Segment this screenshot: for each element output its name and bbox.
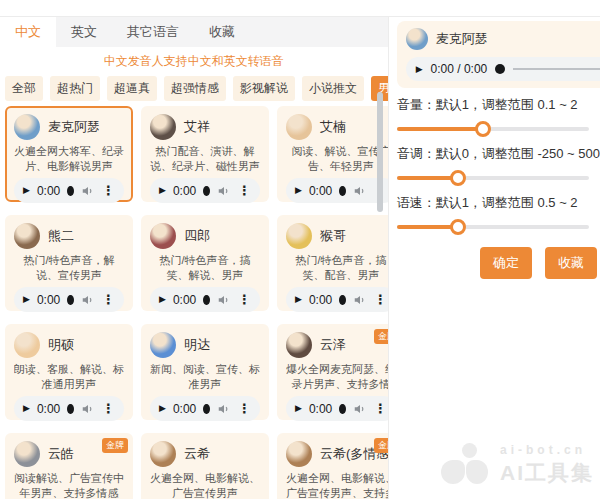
- filter-chip[interactable]: 小说推文: [302, 76, 364, 101]
- language-tab[interactable]: 英文: [56, 17, 112, 47]
- player-menu-icon[interactable]: ⋮: [238, 401, 251, 416]
- voice-description: 热门/特色声音，解说、宣传男声: [14, 253, 124, 283]
- player-menu-icon[interactable]: ⋮: [374, 401, 387, 416]
- volume-icon[interactable]: [353, 293, 367, 307]
- voice-list-panel: 中文 英文 其它语言 收藏 中文发音人支持中文和英文转语音 全部 超热门 超逼真…: [0, 17, 389, 499]
- voice-name: 明达: [184, 336, 210, 354]
- seek-thumb[interactable]: [339, 295, 346, 305]
- audio-player[interactable]: ▶ 0:00 ⋮: [150, 287, 260, 312]
- seek-track[interactable]: [513, 68, 600, 70]
- volume-icon[interactable]: [353, 184, 367, 198]
- avatar: [150, 441, 176, 467]
- player-menu-icon[interactable]: ⋮: [238, 292, 251, 307]
- play-icon[interactable]: ▶: [159, 295, 166, 304]
- avatar: [14, 114, 40, 140]
- filter-chip[interactable]: 全部: [5, 76, 43, 101]
- voice-card[interactable]: 金牌 云泽 爆火全网麦克阿瑟、纪录片男声、支持多情感、多角色 ▶ 0:00 ⋮: [277, 324, 389, 420]
- play-icon[interactable]: ▶: [23, 295, 30, 304]
- audio-player[interactable]: ▶ 0:00 ⋮: [14, 178, 124, 203]
- avatar: [150, 223, 176, 249]
- volume-icon[interactable]: [217, 184, 231, 198]
- volume-icon[interactable]: [81, 184, 95, 198]
- confirm-button[interactable]: 确定: [480, 247, 532, 279]
- language-tab[interactable]: 收藏: [194, 17, 250, 47]
- play-icon[interactable]: ▶: [159, 404, 166, 413]
- filter-chip[interactable]: 影视解说: [233, 76, 295, 101]
- voice-description: 热门/特色声音，搞笑、解说、男声: [150, 253, 260, 283]
- language-tab[interactable]: 中文: [0, 17, 56, 47]
- seek-thumb[interactable]: [203, 404, 210, 414]
- audio-player[interactable]: ▶ 0:00 ⋮: [286, 287, 389, 312]
- speed-slider[interactable]: [397, 219, 589, 235]
- voice-detail-panel: 麦克阿瑟 ▶ 0:00 / 0:00 音量：默认1，调整范围 0.1 ~ 2 音…: [389, 17, 600, 499]
- volume-icon[interactable]: [217, 293, 231, 307]
- audio-player[interactable]: ▶ 0:00 ⋮: [150, 178, 260, 203]
- player-time: 0:00: [309, 293, 332, 307]
- tab-label: 中文: [15, 23, 41, 41]
- voice-card[interactable]: 金牌 云希(多情感) 火遍全网、电影解说、广告宣传男声、支持多情感、多角色 ▶ …: [277, 433, 389, 499]
- volume-icon[interactable]: [217, 402, 231, 416]
- slider-fill: [397, 225, 458, 229]
- seek-thumb[interactable]: [67, 186, 74, 196]
- volume-icon[interactable]: [81, 293, 95, 307]
- audio-player[interactable]: ▶ 0:00 ⋮: [150, 396, 260, 421]
- voice-card[interactable]: 艾楠 阅读、解说、宣传广告、年轻男声 ▶ 0:00 ⋮: [277, 106, 389, 202]
- voice-card[interactable]: 艾祥 热门配音、演讲、解说、纪录片、磁性男声 ▶ 0:00 ⋮: [141, 106, 269, 202]
- seek-thumb[interactable]: [67, 295, 74, 305]
- player-time: 0:00: [173, 402, 196, 416]
- slider-thumb[interactable]: [475, 121, 491, 137]
- voice-description: 火遍全网、电影解说、广告宣传男声: [150, 471, 260, 499]
- voice-card[interactable]: 猴哥 热门/特色声音，搞笑、配音、男声 ▶ 0:00 ⋮: [277, 215, 389, 311]
- seek-thumb[interactable]: [203, 295, 210, 305]
- seek-thumb[interactable]: [203, 186, 210, 196]
- play-icon[interactable]: ▶: [295, 186, 302, 195]
- avatar: [150, 114, 176, 140]
- play-icon[interactable]: ▶: [23, 186, 30, 195]
- scrollbar-thumb[interactable]: [377, 92, 383, 212]
- language-tab[interactable]: 其它语言: [112, 17, 194, 47]
- voice-card[interactable]: 四郎 热门/特色声音，搞笑、解说、男声 ▶ 0:00 ⋮: [141, 215, 269, 311]
- player-menu-icon[interactable]: ⋮: [102, 401, 115, 416]
- seek-thumb[interactable]: [495, 64, 505, 74]
- player-menu-icon[interactable]: ⋮: [102, 292, 115, 307]
- seek-thumb[interactable]: [67, 404, 74, 414]
- play-icon[interactable]: ▶: [159, 186, 166, 195]
- voice-card[interactable]: 明硕 朗读、客服、解说、标准通用男声 ▶ 0:00 ⋮: [5, 324, 133, 420]
- voice-card[interactable]: 熊二 热门/特色声音，解说、宣传男声 ▶ 0:00 ⋮: [5, 215, 133, 311]
- play-icon[interactable]: ▶: [23, 404, 30, 413]
- player-menu-icon[interactable]: ⋮: [238, 183, 251, 198]
- voice-card[interactable]: 麦克阿瑟 火遍全网大将军、纪录片、电影解说男声 ▶ 0:00 ⋮: [5, 106, 133, 202]
- pitch-slider[interactable]: [397, 170, 589, 186]
- slider-thumb[interactable]: [450, 170, 466, 186]
- chip-label: 超热门: [57, 81, 93, 95]
- audio-player[interactable]: ▶ 0:00 ⋮: [286, 396, 389, 421]
- filter-chip[interactable]: 超逼真: [107, 76, 157, 101]
- play-icon[interactable]: ▶: [295, 295, 302, 304]
- seek-thumb[interactable]: [339, 186, 346, 196]
- voice-card[interactable]: 云希 火遍全网、电影解说、广告宣传男声 ▶ 0:00 ⋮: [141, 433, 269, 499]
- volume-slider[interactable]: [397, 121, 589, 137]
- audio-player[interactable]: ▶ 0:00 ⋮: [14, 396, 124, 421]
- voice-name: 云皓: [48, 445, 74, 463]
- volume-icon[interactable]: [353, 402, 367, 416]
- seek-thumb[interactable]: [339, 404, 346, 414]
- slider-track: [397, 176, 589, 180]
- filter-chip[interactable]: 超强情感: [164, 76, 226, 101]
- filter-chip[interactable]: 超热门: [50, 76, 100, 101]
- audio-player[interactable]: ▶ 0:00 ⋮: [286, 178, 389, 203]
- voice-card[interactable]: 明达 新闻、阅读、宣传、标准男声 ▶ 0:00 ⋮: [141, 324, 269, 420]
- play-icon[interactable]: ▶: [416, 65, 423, 74]
- avatar: [14, 332, 40, 358]
- volume-icon[interactable]: [81, 402, 95, 416]
- audio-player[interactable]: ▶ 0:00 ⋮: [14, 287, 124, 312]
- player-menu-icon[interactable]: ⋮: [102, 183, 115, 198]
- player-time: 0:00: [37, 184, 60, 198]
- voice-card[interactable]: 金牌 云皓 阅读解说、广告宣传中年男声、支持多情感 ▶ 0:00 ⋮: [5, 433, 133, 499]
- gold-badge: 金牌: [374, 329, 389, 344]
- player-menu-icon[interactable]: ⋮: [374, 292, 387, 307]
- slider-thumb[interactable]: [450, 219, 466, 235]
- detail-audio-player[interactable]: ▶ 0:00 / 0:00: [406, 57, 600, 81]
- favorite-button[interactable]: 收藏: [545, 247, 597, 279]
- chip-label: 影视解说: [240, 81, 288, 95]
- play-icon[interactable]: ▶: [295, 404, 302, 413]
